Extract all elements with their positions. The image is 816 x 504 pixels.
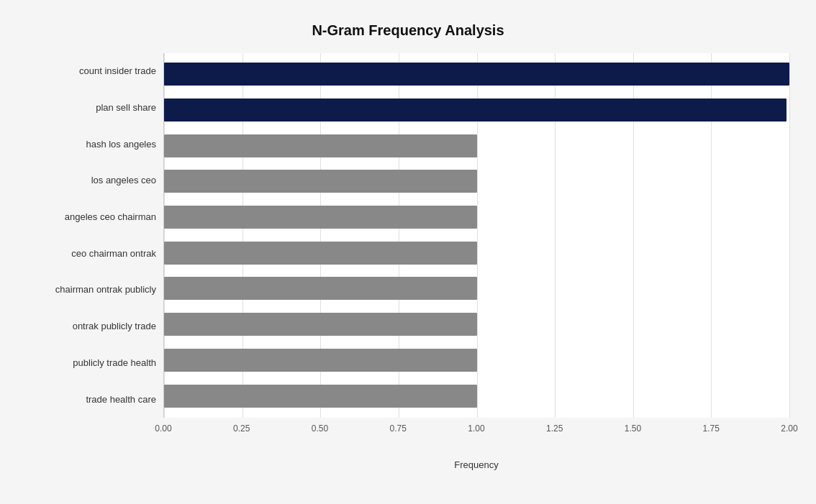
bar-row (164, 96, 789, 124)
y-label: publicly trade health (27, 344, 156, 380)
bar (164, 63, 789, 86)
y-label: ceo chairman ontrak (27, 235, 156, 271)
bar (164, 277, 477, 300)
x-tick: 0.75 (390, 423, 407, 434)
bars-wrapper (164, 53, 789, 418)
x-axis: 0.000.250.500.751.001.251.501.752.00 (163, 418, 789, 439)
x-tick: 0.50 (312, 423, 328, 434)
x-tick: 1.00 (468, 423, 484, 434)
x-tick: 1.50 (625, 423, 641, 434)
bar (164, 313, 477, 336)
bar (164, 134, 477, 157)
bar-row (164, 310, 789, 339)
y-label: ontrak publicly trade (27, 308, 156, 344)
bar-row (164, 382, 789, 411)
bar-row (164, 167, 789, 196)
plot-area: count insider tradeplan sell sharehash l… (27, 53, 789, 418)
y-label: angeles ceo chairman (27, 199, 156, 235)
bar (164, 98, 786, 122)
chart-title: N-Gram Frequency Analysis (27, 22, 789, 39)
y-label: chairman ontrak publicly (27, 272, 156, 308)
y-label: los angeles ceo (27, 162, 156, 198)
x-tick: 0.25 (233, 423, 250, 434)
chart-container: N-Gram Frequency Analysis count insider … (12, 8, 804, 497)
x-axis-label: Frequency (163, 459, 789, 470)
x-tick: 2.00 (781, 423, 797, 434)
y-label: plan sell share (27, 90, 156, 126)
bar-row (164, 203, 789, 232)
bar (164, 242, 477, 265)
bar (164, 349, 477, 372)
y-label: hash los angeles (27, 126, 156, 162)
bar-row (164, 346, 789, 375)
bar-row (164, 274, 789, 303)
bar (164, 206, 477, 229)
x-tick: 1.75 (703, 423, 720, 434)
y-labels: count insider tradeplan sell sharehash l… (27, 53, 163, 418)
y-label: trade health care (27, 381, 156, 417)
y-label: count insider trade (27, 53, 156, 89)
bar-row (164, 132, 789, 160)
bar (164, 385, 477, 408)
bars-area (163, 53, 789, 418)
bar-row (164, 239, 789, 267)
bar (164, 170, 477, 193)
x-tick: 1.25 (546, 423, 563, 434)
x-tick: 0.00 (155, 423, 171, 434)
chart-area: count insider tradeplan sell sharehash l… (27, 53, 789, 470)
bar-row (164, 60, 789, 88)
